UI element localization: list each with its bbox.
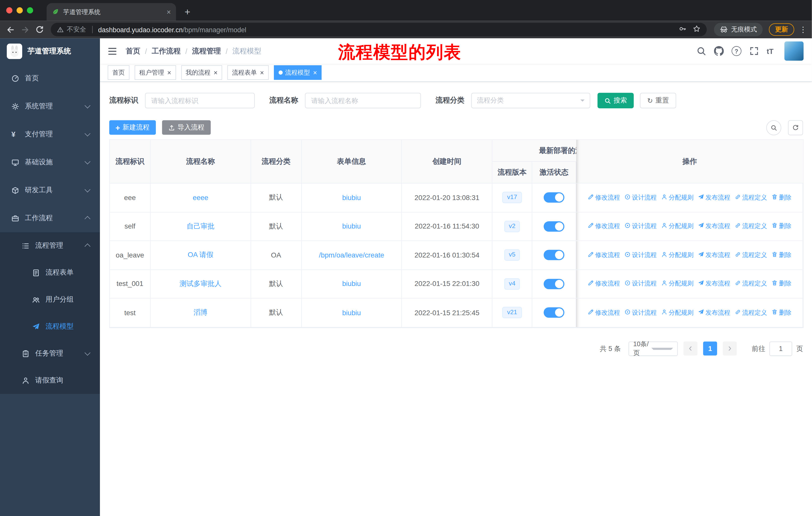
font-size-icon[interactable]: tT xyxy=(767,47,774,55)
action-delete[interactable]: 删除 xyxy=(771,251,791,260)
close-icon[interactable]: × xyxy=(167,69,171,76)
active-toggle[interactable] xyxy=(544,279,564,289)
address-bar[interactable]: 不安全 dashboard.yudao.iocoder.cn/bpm/manag… xyxy=(51,23,707,36)
sidebar-item-leave-query[interactable]: 请假查询 xyxy=(0,367,100,394)
action-delete[interactable]: 删除 xyxy=(771,193,791,202)
create-process-button[interactable]: + 新建流程 xyxy=(109,120,156,135)
refresh-table-icon[interactable] xyxy=(788,120,803,135)
action-edit[interactable]: 修改流程 xyxy=(587,251,620,260)
active-toggle[interactable] xyxy=(544,192,564,203)
page-size-select[interactable]: 10条/页 xyxy=(629,342,677,356)
process-name-input[interactable] xyxy=(305,93,421,108)
action-definition[interactable]: 流程定义 xyxy=(734,251,767,260)
hamburger-icon[interactable] xyxy=(107,46,118,56)
password-key-icon[interactable] xyxy=(679,25,687,34)
breadcrumb-item[interactable]: 流程管理 xyxy=(192,46,221,56)
help-icon[interactable]: ? xyxy=(731,46,741,56)
app-logo[interactable]: 芋道管理系统 xyxy=(0,38,100,64)
action-delete[interactable]: 删除 xyxy=(771,308,791,317)
tags-view-tab-3[interactable]: 流程表单× xyxy=(227,65,268,80)
form-info-link[interactable]: biubiu xyxy=(342,194,361,201)
sidebar-item-devtools[interactable]: 研发工具 xyxy=(0,176,100,204)
action-edit[interactable]: 修改流程 xyxy=(587,193,620,202)
sidebar-item-system[interactable]: 系统管理 xyxy=(0,92,100,120)
category-select[interactable]: 流程分类 xyxy=(471,93,590,108)
update-button[interactable]: 更新 xyxy=(769,23,794,36)
browser-tab[interactable]: 芋道管理系统 × xyxy=(47,3,176,21)
tags-view-tab-1[interactable]: 租户管理× xyxy=(135,65,176,80)
user-avatar[interactable] xyxy=(784,42,804,61)
minimize-window-icon[interactable] xyxy=(17,7,23,13)
reset-button[interactable]: ↻ 重置 xyxy=(640,93,676,108)
tags-view-tab-2[interactable]: 我的流程× xyxy=(181,65,222,80)
url-text[interactable]: dashboard.yudao.iocoder.cn/bpm/manager/m… xyxy=(98,26,246,33)
close-icon[interactable]: × xyxy=(214,69,218,76)
current-page-button[interactable]: 1 xyxy=(703,342,717,356)
close-icon[interactable]: × xyxy=(260,69,264,76)
prev-page-button[interactable] xyxy=(684,342,697,356)
next-page-button[interactable] xyxy=(723,342,737,356)
fullscreen-icon[interactable] xyxy=(749,46,759,56)
process-name-link[interactable]: 自己审批 xyxy=(186,222,214,231)
sidebar-item-infra[interactable]: 基础设施 xyxy=(0,148,100,176)
active-toggle[interactable] xyxy=(544,221,564,232)
action-assign[interactable]: 分配规则 xyxy=(661,251,694,260)
action-design[interactable]: 设计流程 xyxy=(624,308,657,317)
security-label[interactable]: 不安全 xyxy=(67,25,86,34)
github-icon[interactable] xyxy=(714,46,724,56)
goto-page-input[interactable] xyxy=(770,342,792,356)
action-publish[interactable]: 发布流程 xyxy=(698,308,730,317)
action-edit[interactable]: 修改流程 xyxy=(587,279,620,288)
action-publish[interactable]: 发布流程 xyxy=(698,279,730,288)
action-publish[interactable]: 发布流程 xyxy=(698,251,730,260)
forward-icon[interactable] xyxy=(19,23,31,36)
active-toggle[interactable] xyxy=(544,307,564,318)
process-name-link[interactable]: 测试多审批人 xyxy=(179,279,222,289)
tags-view-tab-4[interactable]: 流程模型× xyxy=(274,65,322,80)
process-name-link[interactable]: OA 请假 xyxy=(188,250,213,260)
tags-view-tab-0[interactable]: 首页 xyxy=(108,65,129,80)
process-name-link[interactable]: eeee xyxy=(193,194,208,201)
action-assign[interactable]: 分配规则 xyxy=(661,193,694,202)
action-design[interactable]: 设计流程 xyxy=(624,193,657,202)
new-tab-button[interactable]: + xyxy=(180,5,195,19)
action-definition[interactable]: 流程定义 xyxy=(734,308,767,317)
action-publish[interactable]: 发布流程 xyxy=(698,222,730,231)
action-definition[interactable]: 流程定义 xyxy=(734,279,767,288)
bookmark-star-icon[interactable] xyxy=(693,25,700,34)
zoom-window-icon[interactable] xyxy=(27,7,33,13)
close-icon[interactable]: × xyxy=(313,69,317,76)
form-info-link[interactable]: biubiu xyxy=(342,222,361,230)
breadcrumb-item[interactable]: 首页 xyxy=(126,46,141,56)
sidebar-item-process-model[interactable]: 流程模型 xyxy=(0,313,100,340)
form-info-link[interactable]: biubiu xyxy=(342,309,361,317)
search-button[interactable]: 搜索 xyxy=(598,93,634,108)
action-publish[interactable]: 发布流程 xyxy=(698,193,730,202)
search-icon[interactable] xyxy=(696,46,706,56)
sidebar-item-process-manage[interactable]: 流程管理 xyxy=(0,232,100,259)
import-process-button[interactable]: 导入流程 xyxy=(162,120,210,135)
action-design[interactable]: 设计流程 xyxy=(624,279,657,288)
action-assign[interactable]: 分配规则 xyxy=(661,308,694,317)
back-icon[interactable] xyxy=(4,23,17,36)
action-edit[interactable]: 修改流程 xyxy=(587,308,620,317)
action-definition[interactable]: 流程定义 xyxy=(734,222,767,231)
active-toggle[interactable] xyxy=(544,250,564,260)
tab-close-icon[interactable]: × xyxy=(167,8,171,16)
sidebar-item-home[interactable]: 首页 xyxy=(0,64,100,92)
action-design[interactable]: 设计流程 xyxy=(624,222,657,231)
sidebar-item-process-form[interactable]: 流程表单 xyxy=(0,259,100,286)
reload-icon[interactable] xyxy=(33,23,46,36)
breadcrumb-item[interactable]: 工作流程 xyxy=(151,46,180,56)
action-delete[interactable]: 删除 xyxy=(771,222,791,231)
browser-menu-icon[interactable]: ⋮ xyxy=(799,25,808,34)
sidebar-item-user-group[interactable]: 用户分组 xyxy=(0,286,100,313)
sidebar-item-task-manage[interactable]: 任务管理 xyxy=(0,340,100,367)
form-info-link[interactable]: /bpm/oa/leave/create xyxy=(319,251,384,259)
action-design[interactable]: 设计流程 xyxy=(624,251,657,260)
action-assign[interactable]: 分配规则 xyxy=(661,279,694,288)
sidebar-item-workflow[interactable]: 工作流程 xyxy=(0,204,100,232)
action-definition[interactable]: 流程定义 xyxy=(734,193,767,202)
toggle-search-icon[interactable] xyxy=(766,120,781,135)
process-name-link[interactable]: 滔博 xyxy=(194,308,208,317)
